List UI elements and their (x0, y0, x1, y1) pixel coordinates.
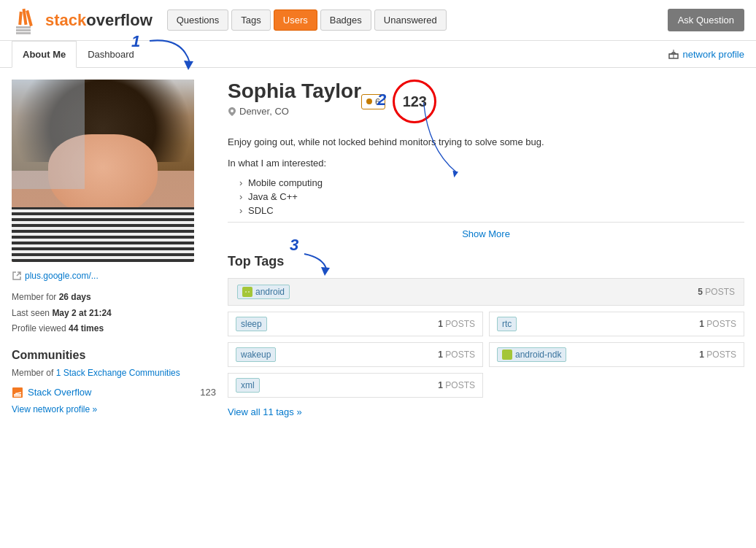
nav-tags[interactable]: Tags (231, 9, 270, 31)
tag-cell-wakeup: wakeup 1 POSTS (228, 342, 483, 367)
badge-dot (366, 99, 372, 104)
profile-picture (12, 80, 194, 262)
main-nav: Questions Tags Users Badges Unanswered (167, 9, 668, 31)
svg-rect-13 (14, 395, 21, 397)
view-network-profile[interactable]: View network profile » (12, 404, 216, 414)
svg-line-23 (244, 290, 245, 291)
svg-rect-12 (14, 394, 21, 395)
profile-tabs: About Me Dashboard 1 network profile (0, 41, 756, 68)
network-profile-link[interactable]: network profile (668, 48, 744, 60)
ask-question-button[interactable]: Ask Question (668, 9, 744, 31)
svg-rect-20 (244, 291, 251, 294)
xml-tag[interactable]: xml (236, 378, 260, 393)
content-area: Sophia Taylor Denver, CO 6 123 (228, 80, 744, 426)
reputation-circle: 123 (393, 80, 436, 123)
badge-box: 6 (361, 94, 385, 109)
android-ndk-icon (502, 350, 512, 360)
tag-cell-android-ndk: android-ndk 1 POSTS (489, 342, 744, 367)
logo-icon (12, 6, 41, 35)
svg-line-24 (250, 290, 250, 291)
xml-posts: 1 POSTS (438, 380, 475, 390)
logo-text: stackoverflow (45, 11, 153, 30)
tag-grid: sleep 1 POSTS rtc 1 POSTS wakeup 1 (228, 312, 744, 398)
rtc-posts: 1 POSTS (699, 319, 736, 329)
tab-dashboard[interactable]: Dashboard (77, 41, 145, 68)
profile-name: Sophia Taylor (228, 80, 361, 103)
top-tags-title: Top Tags (228, 254, 744, 269)
main-content: plus.google.com/... Member for 26 days L… (0, 68, 756, 438)
nav-badges[interactable]: Badges (320, 9, 371, 31)
nav-users[interactable]: Users (274, 9, 317, 31)
communities-title: Communities (12, 349, 216, 362)
reputation-area: 6 123 (361, 80, 436, 123)
wakeup-tag[interactable]: wakeup (236, 347, 276, 362)
tag-cell-xml: xml 1 POSTS (228, 373, 483, 398)
nav-unanswered[interactable]: Unanswered (374, 9, 447, 31)
svg-rect-5 (18, 11, 23, 24)
view-all-tags[interactable]: View all 11 tags » (228, 406, 744, 417)
nav-questions[interactable]: Questions (167, 9, 229, 31)
bio-list: Mobile computing Java & C++ SDLC (239, 177, 744, 216)
svg-point-21 (245, 291, 247, 293)
svg-rect-2 (16, 32, 31, 34)
svg-rect-1 (16, 29, 31, 31)
tag-cell-sleep: sleep 1 POSTS (228, 312, 483, 336)
bio-item-1: Mobile computing (239, 177, 744, 188)
bio-item-3: SDLC (239, 205, 744, 216)
tab-about-me[interactable]: About Me (12, 41, 77, 68)
communities-sub: Member of 1 Stack Exchange Communities (12, 368, 216, 378)
bio-item-2: Java & C++ (239, 191, 744, 202)
rtc-tag[interactable]: rtc (497, 317, 517, 331)
sleep-tag[interactable]: sleep (236, 317, 267, 331)
main-tag-row: android 5 POSTS (228, 278, 744, 306)
android-tag-icon (242, 287, 252, 297)
location-icon (228, 107, 236, 117)
android-posts: 5 POSTS (698, 287, 735, 297)
google-link[interactable]: plus.google.com/... (12, 271, 216, 281)
profile-header: Sophia Taylor Denver, CO 6 123 (228, 80, 744, 123)
android-ndk-posts: 1 POSTS (699, 350, 736, 360)
show-more: Show More (228, 222, 744, 239)
svg-rect-26 (504, 354, 510, 356)
profile-location: Denver, CO (228, 106, 361, 117)
svg-point-15 (231, 109, 234, 112)
show-more-link[interactable]: Show More (462, 228, 510, 239)
communities-section: Communities Member of 1 Stack Exchange C… (12, 349, 216, 414)
sidebar: plus.google.com/... Member for 26 days L… (12, 80, 216, 426)
communities-sub-link[interactable]: 1 Stack Exchange Communities (56, 368, 180, 378)
link-icon (12, 271, 22, 281)
header: stackoverflow Questions Tags Users Badge… (0, 0, 756, 41)
bio-line2: In what I am interested: (228, 156, 744, 171)
logo[interactable]: stackoverflow (12, 6, 153, 35)
android-ndk-tag[interactable]: android-ndk (497, 347, 566, 362)
stackoverflow-community-icon (12, 387, 23, 398)
network-icon (668, 48, 679, 60)
svg-rect-0 (16, 26, 31, 28)
wakeup-posts: 1 POSTS (438, 350, 475, 360)
community-item: Stack Overflow 123 (12, 384, 216, 401)
android-tag[interactable]: android (237, 285, 290, 299)
svg-point-22 (248, 291, 250, 293)
bio-line1: Enjoy going out, while not locked behind… (228, 135, 744, 150)
member-stats: Member for 26 days Last seen May 2 at 21… (12, 290, 216, 337)
sleep-posts: 1 POSTS (438, 319, 475, 329)
tag-cell-rtc: rtc 1 POSTS (489, 312, 744, 336)
